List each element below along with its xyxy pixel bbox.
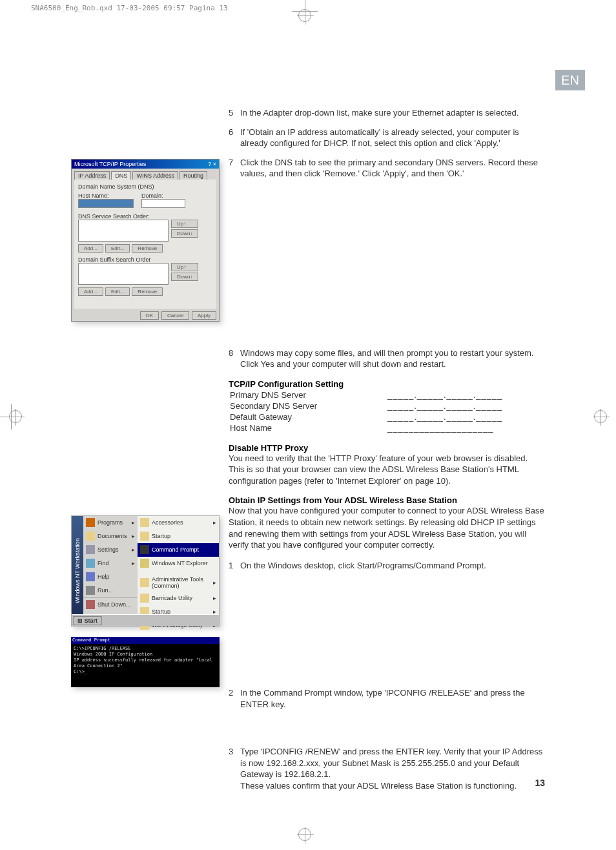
remove-button: Remove (132, 244, 163, 253)
sm-accessories: Accessories▸ (138, 516, 219, 530)
cmd-line: C:\>IPCONFIG /RELEASE (74, 646, 217, 652)
dialog-titlebar: Microsoft TCP/IP Properties ? × (72, 160, 219, 169)
step-number: 1 (229, 560, 240, 572)
sm-command-prompt: Command Prompt (138, 543, 219, 557)
obtain-body: Now that you have configured your comput… (229, 505, 545, 550)
start-button: ⊞ Start (73, 616, 102, 625)
shutdown-icon (86, 600, 95, 609)
step-text: In the Adapter drop-down list, make sure… (240, 107, 545, 119)
down-button: Down↓ (171, 229, 198, 238)
startmenu-brand-bar: Windows NT Workstation (72, 516, 83, 626)
registration-mark-icon (298, 9, 311, 22)
registration-mark-icon (298, 828, 311, 841)
tcpip-config-title: TCP/IP Configuration Setting (229, 379, 545, 389)
sm-find: Find▸ (83, 557, 138, 570)
sm-settings: Settings▸ (83, 543, 138, 557)
step-number: 7 (229, 157, 240, 169)
ok-button: OK (140, 311, 159, 320)
edit-button: Edit... (105, 244, 130, 253)
table-label: Host Name (230, 423, 386, 433)
step-number: 5 (229, 107, 240, 119)
tab-wins: WINS Address (132, 171, 178, 180)
dns-listbox (78, 220, 169, 242)
up-button: Up↑ (171, 263, 198, 271)
window-controls-icon: ? × (208, 161, 216, 167)
host-input (78, 199, 134, 208)
up-button: Up↑ (171, 220, 198, 228)
folder-icon (140, 532, 149, 541)
edit-button: Edit... (105, 287, 130, 296)
step-number: 3 (229, 746, 240, 758)
sm-run: Run... (83, 584, 138, 597)
step-text: On the Windows desktop, click Start/Prog… (240, 560, 545, 572)
tab-routing: Routing (180, 171, 207, 180)
step-number: 2 (229, 687, 240, 699)
windows-icon: ⊞ (77, 617, 85, 624)
folder-icon (140, 518, 149, 527)
step-text: Type 'IPCONFIG /RENEW' and press the ENT… (240, 746, 545, 791)
help-icon (86, 572, 95, 581)
folder-icon (140, 578, 149, 587)
sm-help: Help (83, 570, 138, 584)
suffix-listbox (78, 263, 169, 285)
step-number: 8 (229, 347, 240, 359)
step-text: If 'Obtain an IP address automatically' … (240, 127, 545, 149)
sm-documents: Documents▸ (83, 530, 138, 543)
language-badge: EN (555, 70, 585, 90)
registration-mark-icon (9, 410, 22, 423)
find-icon (86, 559, 95, 568)
registration-mark-icon (594, 410, 607, 423)
step-text: In the Command Prompt window, type 'IPCO… (240, 687, 545, 710)
cmd-line: C:\>_ (74, 669, 217, 675)
proxy-body: You need to verify that the 'HTTP Proxy'… (229, 453, 545, 487)
blank-line: _____._____._____._____ (387, 412, 544, 422)
step-text: Click the DNS tab to see the primary and… (240, 157, 545, 180)
host-label: Host Name: (78, 192, 134, 199)
add-button: Add... (78, 244, 103, 253)
table-label: Primary DNS Server (230, 390, 386, 400)
chevron-right-icon: ▸ (132, 519, 135, 526)
table-label: Default Gateway (230, 412, 386, 422)
add-button: Add... (78, 287, 103, 296)
sm-shutdown: Shut Down... (83, 597, 138, 612)
run-icon (86, 586, 95, 595)
blank-line: _____._____._____._____ (387, 401, 544, 411)
domain-input (141, 199, 185, 208)
tcpip-dialog-figure: Microsoft TCP/IP Properties ? × IP Addre… (71, 159, 220, 322)
remove-button: Remove (132, 287, 163, 296)
cmd-line: Windows 2000 IP Configuration (74, 652, 217, 658)
search-order-label: DNS Service Search Order: (78, 213, 212, 220)
step-number: 6 (229, 127, 240, 138)
tcpip-config-table: Primary DNS Server_____._____._____.____… (229, 389, 545, 434)
folder-icon (140, 594, 149, 603)
domain-label: Domain: (141, 192, 185, 199)
step-text: Windows may copy some files, and will th… (240, 347, 545, 370)
tab-ip: IP Address (74, 171, 110, 180)
cmd-line: IP address successfully released for ada… (74, 658, 217, 669)
sm-barricade: Barricade Utility▸ (138, 592, 219, 605)
tab-dns: DNS (111, 171, 131, 180)
cmd-titlebar: Command Prompt (71, 637, 220, 644)
explorer-icon (140, 559, 149, 568)
sm-nt-explorer: Windows NT Explorer (138, 557, 219, 570)
startmenu-figure: Windows NT Workstation Programs▸ Documen… (71, 515, 220, 627)
blank-line: ____________________ (387, 423, 544, 433)
proxy-title: Disable HTTP Proxy (229, 443, 545, 453)
suffix-label: Domain Suffix Search Order (78, 256, 212, 263)
cmd-prompt-figure: Command Prompt C:\>IPCONFIG /RELEASE Win… (71, 637, 220, 687)
apply-button: Apply (192, 311, 216, 320)
dialog-title: Microsoft TCP/IP Properties (74, 161, 146, 167)
page-number: 13 (535, 778, 545, 788)
blank-line: _____._____._____._____ (387, 390, 544, 400)
taskbar: ⊞ Start (72, 614, 219, 626)
sm-programs: Programs▸ (83, 516, 138, 530)
programs-icon (86, 518, 95, 527)
cancel-button: Cancel (161, 311, 189, 320)
obtain-title: Obtain IP Settings from Your ADSL Wirele… (229, 495, 545, 505)
down-button: Down↓ (171, 273, 198, 281)
sm-admin-tools: Administrative Tools (Common)▸ (138, 574, 219, 592)
print-header: SNA6500_Eng_Rob.qxd 17-03-2005 09:57 Pag… (31, 4, 228, 12)
documents-icon (86, 532, 95, 541)
table-label: Secondary DNS Server (230, 401, 386, 411)
dns-group-label: Domain Name System (DNS) (78, 183, 212, 190)
